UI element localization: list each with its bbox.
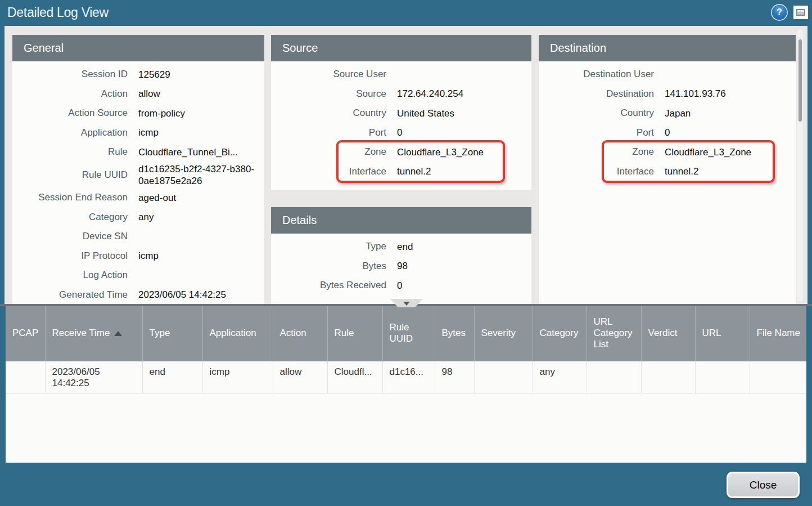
- field-value: Japan: [665, 108, 691, 119]
- column-header-action[interactable]: Action: [273, 306, 327, 361]
- field-row-port: Port0: [271, 123, 531, 143]
- field-value: Cloudflare_Tunnel_Bi...: [138, 146, 238, 158]
- table-cell: d1c16...: [382, 361, 435, 393]
- field-label: Type: [271, 241, 386, 252]
- field-value: 98: [397, 260, 408, 272]
- field-label: Country: [539, 108, 654, 119]
- field-row-country: CountryJapan: [539, 104, 796, 123]
- table-cell: [750, 361, 806, 393]
- table-cell: [641, 361, 695, 393]
- field-label: Bytes: [271, 261, 386, 272]
- field-label: Application: [12, 127, 128, 138]
- field-row-destination-user: Destination User: [539, 65, 796, 84]
- field-label: Log Action: [12, 270, 128, 281]
- restore-window-icon[interactable]: [793, 6, 808, 19]
- field-value: 2023/06/05 14:42:25: [138, 289, 226, 301]
- details-panel-body: TypeendBytes98Bytes Received0: [271, 234, 531, 295]
- log-table-container: PCAPReceive TimeTypeApplicationActionRul…: [6, 306, 806, 463]
- field-row-ip-protocol: IP Protocolicmp: [12, 247, 264, 266]
- field-value: icmp: [138, 127, 159, 138]
- field-value: tunnel.2: [665, 165, 699, 177]
- field-label: Category: [12, 212, 128, 223]
- table-cell: end: [142, 361, 202, 393]
- field-label: Device SN: [12, 231, 128, 242]
- column-header-file-name[interactable]: File Name: [750, 306, 806, 361]
- column-header-type[interactable]: Type: [142, 306, 202, 361]
- field-row-source: Source172.64.240.254: [271, 84, 531, 104]
- table-cell: 98: [435, 361, 474, 393]
- sort-ascending-icon: [114, 331, 122, 336]
- field-label: Source User: [271, 69, 386, 80]
- field-row-device-sn: Device SN: [12, 227, 264, 247]
- field-value: Cloudflare_L3_Zone: [397, 146, 484, 158]
- field-row-country: CountryUnited States: [271, 104, 531, 123]
- log-table: PCAPReceive TimeTypeApplicationActionRul…: [6, 306, 806, 393]
- column-header-category[interactable]: Category: [533, 306, 587, 361]
- details-panel: Details TypeendBytes98Bytes Received0: [271, 207, 531, 304]
- field-label: Session End Reason: [12, 192, 128, 203]
- field-row-port: Port0: [539, 123, 796, 143]
- field-value: icmp: [138, 250, 159, 262]
- vertical-scrollbar-thumb[interactable]: [799, 39, 802, 122]
- column-header-url[interactable]: URL: [695, 306, 750, 361]
- field-label: Country: [271, 108, 386, 119]
- general-panel-header: General: [12, 35, 264, 61]
- field-label: Destination: [539, 88, 654, 100]
- column-header-url-category-list[interactable]: URL Category List: [587, 306, 641, 361]
- field-value: any: [138, 211, 154, 223]
- column-header-rule[interactable]: Rule: [327, 306, 382, 361]
- field-row-application: Applicationicmp: [12, 123, 264, 143]
- general-panel: General Session ID125629ActionallowActio…: [12, 35, 264, 304]
- table-cell: [587, 361, 641, 393]
- field-label: IP Protocol: [12, 250, 128, 262]
- field-label: Port: [271, 127, 386, 138]
- field-row-rule: RuleCloudflare_Tunnel_Bi...: [12, 142, 264, 162]
- field-row-destination: Destination141.101.93.76: [539, 84, 796, 104]
- table-cell: [474, 361, 533, 393]
- source-panel-body: Source UserSource172.64.240.254CountryUn…: [271, 61, 531, 181]
- field-value: allow: [138, 88, 160, 100]
- table-row[interactable]: 2023/06/05 14:42:25endicmpallowCloudfl..…: [6, 361, 806, 393]
- table-cell: 2023/06/05 14:42:25: [45, 361, 142, 393]
- column-header-verdict[interactable]: Verdict: [641, 306, 695, 361]
- field-label: Rule UUID: [12, 169, 128, 181]
- field-label: Generated Time: [12, 289, 128, 301]
- field-row-zone: ZoneCloudflare_L3_Zone: [271, 142, 531, 162]
- field-label: Source: [271, 88, 386, 100]
- close-button[interactable]: Close: [727, 472, 800, 498]
- field-value: Cloudflare_L3_Zone: [665, 146, 751, 158]
- column-header-rule-uuid[interactable]: Rule UUID: [382, 306, 435, 361]
- table-cell: [695, 361, 750, 393]
- field-row-interface: Interfacetunnel.2: [539, 162, 796, 182]
- field-label: Bytes Received: [271, 280, 386, 291]
- general-panel-body: Session ID125629ActionallowAction Source…: [12, 61, 264, 304]
- field-label: Destination User: [539, 69, 654, 80]
- field-row-bytes: Bytes98: [271, 257, 531, 276]
- source-panel-header: Source: [271, 35, 531, 61]
- field-label: Action: [12, 88, 128, 100]
- field-row-category: Categoryany: [12, 208, 264, 227]
- log-table-section: PCAPReceive TimeTypeApplicationActionRul…: [0, 304, 812, 463]
- column-header-application[interactable]: Application: [202, 306, 273, 361]
- destination-panel-header: Destination: [539, 35, 796, 61]
- log-table-header-row: PCAPReceive TimeTypeApplicationActionRul…: [6, 306, 806, 361]
- column-header-receive-time[interactable]: Receive Time: [45, 306, 142, 361]
- table-cell: allow: [273, 361, 327, 393]
- field-row-interface: Interfacetunnel.2: [271, 162, 531, 182]
- field-label: Zone: [539, 146, 654, 158]
- field-row-rule-uuid: Rule UUIDd1c16235-b2f2-4327-b380-0ae1875…: [12, 162, 264, 189]
- chevron-down-icon: [403, 302, 410, 306]
- field-row-session-id: Session ID125629: [12, 65, 264, 84]
- column-header-bytes[interactable]: Bytes: [435, 306, 474, 361]
- field-row-session-end-reason: Session End Reasonaged-out: [12, 188, 264, 208]
- field-value: 0: [397, 127, 402, 138]
- help-icon[interactable]: ?: [772, 5, 787, 20]
- log-detail-section: General Session ID125629ActionallowActio…: [4, 26, 808, 304]
- dialog-title-bar: Detailed Log View ?: [0, 0, 812, 26]
- field-label: Zone: [271, 146, 386, 158]
- field-row-type: Typeend: [271, 237, 531, 257]
- log-table-body: 2023/06/05 14:42:25endicmpallowCloudfl..…: [6, 361, 806, 393]
- column-header-pcap[interactable]: PCAP: [6, 306, 45, 361]
- vertical-scrollbar-track[interactable]: [797, 29, 803, 302]
- column-header-severity[interactable]: Severity: [474, 306, 533, 361]
